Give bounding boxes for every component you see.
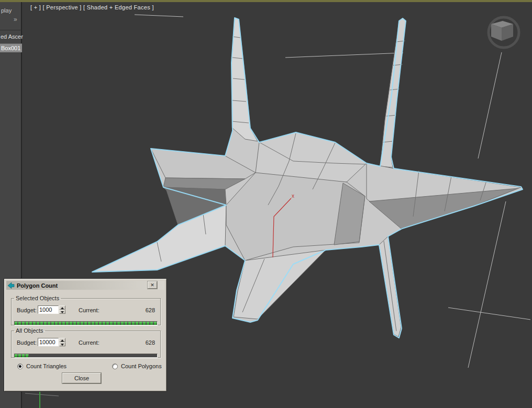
selected-objects-group-title: Selected Objects — [14, 295, 61, 301]
all-budget-spinner — [59, 338, 65, 346]
all-objects-group-title: All Objects — [14, 327, 45, 334]
spin-up-icon[interactable] — [59, 338, 65, 342]
selected-current-label: Current: — [79, 307, 99, 313]
dialog-titlebar[interactable]: Polygon Count ✕ — [6, 281, 164, 290]
count-polygons-label: Count Polygons — [121, 363, 162, 369]
spin-up-icon[interactable] — [59, 305, 65, 310]
dialog-close-button[interactable]: ✕ — [148, 281, 157, 289]
close-button[interactable]: Close — [62, 373, 101, 383]
count-polygons-option[interactable]: Count Polygons — [112, 363, 162, 369]
polygon-count-dialog: Polygon Count ✕ Selected Objects Budget:… — [4, 279, 167, 391]
all-objects-progress-fill — [15, 354, 29, 357]
polygon-count-icon — [7, 282, 15, 289]
selected-current-value: 628 — [146, 307, 155, 313]
selected-objects-group: Selected Objects Budget: Current: 628 — [11, 295, 161, 325]
selected-objects-progress-bar — [14, 321, 158, 325]
all-objects-group: All Objects Budget: Current: 628 — [11, 327, 161, 358]
all-current-value: 628 — [146, 339, 155, 346]
count-polygons-radio[interactable] — [112, 364, 118, 369]
all-budget-label: Budget: — [17, 339, 37, 346]
selected-objects-row: Budget: Current: 628 — [12, 305, 160, 315]
axis-x-label: x — [292, 193, 294, 199]
all-budget-input[interactable] — [38, 338, 59, 346]
all-objects-row: Budget: Current: 628 — [12, 338, 160, 347]
selected-objects-progress-fill — [15, 322, 157, 325]
count-triangles-option[interactable]: Count Triangles — [17, 363, 66, 369]
selected-budget-label: Budget: — [17, 307, 37, 313]
viewcube[interactable] — [489, 17, 519, 48]
spin-down-icon[interactable] — [59, 310, 65, 314]
app-window: play » ed Ascen Box001 [ + ] [ Perspecti… — [0, 0, 532, 408]
all-current-label: Current: — [79, 339, 99, 346]
selected-budget-input[interactable] — [38, 305, 59, 314]
selected-budget-spinner — [59, 305, 65, 314]
all-objects-progress-bar — [14, 354, 158, 358]
dialog-title: Polygon Count — [17, 282, 58, 289]
spin-down-icon[interactable] — [59, 342, 65, 346]
count-mode-radios: Count Triangles Count Polygons — [5, 363, 166, 371]
viewcube-cube[interactable] — [491, 21, 513, 41]
count-triangles-label: Count Triangles — [26, 363, 66, 369]
count-triangles-radio[interactable] — [17, 364, 23, 369]
